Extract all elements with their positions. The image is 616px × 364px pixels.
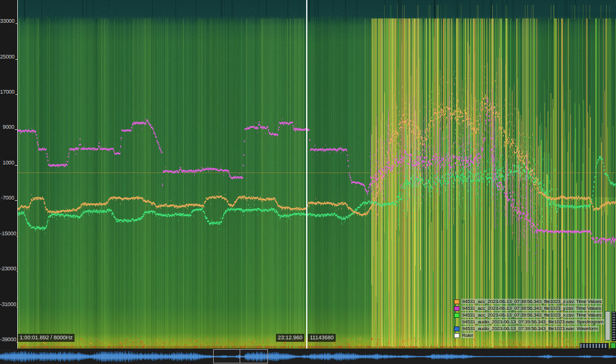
legend-item[interactable]: 94531_acc_2023-06-13_07:39:56.343_file10… [454,305,604,312]
overview-waveform-strip[interactable] [0,349,616,364]
vertical-zoom-thumbwheel[interactable] [612,312,616,341]
spectrogram-pane[interactable] [0,0,616,349]
axis-tick-mark [15,200,17,201]
legend-item[interactable]: Ruler [454,332,604,339]
axis-tick-mark [17,236,17,237]
legend-item-label: 94531_audio_2023-06-13_07:39:56.343_file… [461,319,604,325]
axis-tick-mark [15,129,17,130]
axis-tick-mark [15,59,17,60]
value-axis: 33000250001700090001000-7000-15000-23000… [0,0,17,349]
legend-item-label: Ruler [461,333,474,338]
axis-tick-mark [17,307,17,307]
cursor-frame-label: 11143680 [308,334,336,342]
axis-tick-label: 17000 [0,89,17,95]
legend-item-label: 94531_acc_2023-06-13_07:39:56.343_file10… [461,305,602,311]
axis-tick-label: -15000 [0,231,17,237]
axis-tick-text: 33000 [0,18,15,24]
legend-color-swatch [454,313,460,318]
legend-item[interactable]: 94531_audio_2023-06-13_07:39:56.343_file… [454,325,604,332]
legend-item[interactable]: 94531_acc_2023-06-13_07:39:56.343_file10… [454,298,604,305]
axis-tick-text: 25000 [0,54,15,60]
playback-cursor [306,0,307,349]
legend-item[interactable]: 94531_audio_2023-06-13_07:39:56.343_file… [454,318,604,325]
axis-tick-mark [15,23,17,24]
axis-tick-label: -39000 [0,337,17,342]
duration-samplerate-label: 1:00:01.892 / 8000Hz [18,334,75,342]
axis-tick-text: 9000 [2,124,14,130]
axis-pane-separator [17,0,18,349]
legend-color-swatch [454,306,460,311]
legend-color-swatch [454,326,460,331]
axis-tick-label: 9000 [0,124,17,130]
legend-item-label: 94531_acc_2023-06-13_07:39:56.343_file10… [461,312,602,318]
layer-legend: 94531_acc_2023-06-13_07:39:56.343_file10… [454,298,604,339]
legend-color-swatch [454,333,460,338]
axis-tick-text: 17000 [0,89,15,95]
axis-tick-label: -7000 [0,195,17,201]
axis-tick-mark [17,342,17,342]
axis-tick-text: -23000 [0,266,16,272]
axis-tick-label: 25000 [0,54,17,60]
zoom-reset-button[interactable] [610,342,616,349]
axis-tick-mark [15,94,17,95]
audio-analysis-window: 33000250001700090001000-7000-15000-23000… [0,0,616,364]
axis-tick-text: -39000 [0,337,16,342]
legend-color-swatch [454,299,460,304]
cursor-time-label: 23:12.960 [276,334,304,342]
axis-tick-label: -31000 [0,302,17,307]
axis-tick-label: 33000 [0,18,17,24]
axis-tick-text: -15000 [0,231,16,237]
axis-tick-mark [17,271,17,272]
legend-item[interactable]: 94531_acc_2023-06-13_07:39:56.343_file10… [454,312,604,318]
overview-view-centerline [240,349,240,363]
axis-tick-label: 1000 [0,160,17,166]
legend-item-label: 94531_acc_2023-06-13_07:39:56.343_file10… [461,299,602,304]
axis-tick-text: -31000 [0,302,16,307]
legend-item-label: 94531_audio_2023-06-13_07:39:56.343_file… [461,326,599,331]
horizontal-zoom-thumbwheel[interactable] [580,343,609,349]
axis-tick-text: -7000 [1,195,14,201]
axis-tick-mark [15,165,17,166]
overview-view-window[interactable] [213,349,268,363]
axis-tick-label: -23000 [0,266,17,272]
vertical-scrollbar[interactable] [605,311,610,341]
axis-tick-text: 1000 [2,160,14,166]
